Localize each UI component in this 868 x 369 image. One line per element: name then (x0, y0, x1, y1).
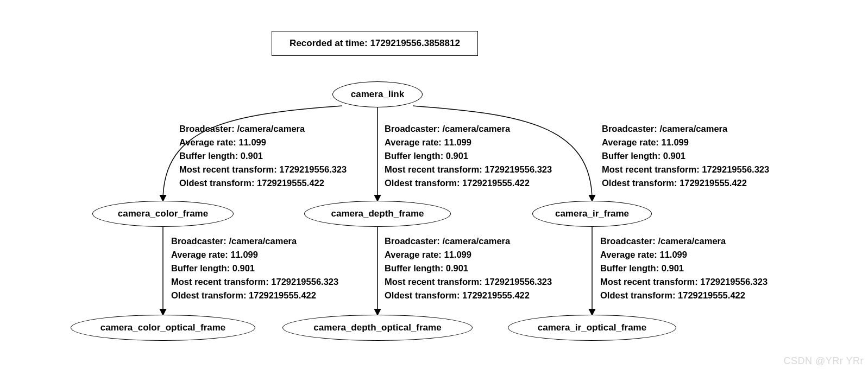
edge-info-ir-upper: Broadcaster: /camera/camera Average rate… (602, 122, 769, 190)
node-camera-ir-optical: camera_ir_optical_frame (508, 315, 676, 341)
node-camera-depth-optical: camera_depth_optical_frame (282, 315, 473, 341)
edge-info-depth-lower: Broadcaster: /camera/camera Average rate… (385, 234, 552, 302)
recorded-time-box: Recorded at time: 1729219556.3858812 (272, 31, 478, 56)
node-label: camera_depth_optical_frame (313, 322, 441, 333)
node-label: camera_ir_frame (555, 208, 629, 219)
node-label: camera_link (351, 89, 404, 100)
node-label: camera_color_optical_frame (100, 322, 226, 333)
edge-info-color-upper: Broadcaster: /camera/camera Average rate… (179, 122, 347, 190)
node-camera-link: camera_link (332, 81, 423, 107)
node-camera-ir-frame: camera_ir_frame (532, 201, 652, 227)
node-label: camera_depth_frame (331, 208, 424, 219)
edge-info-color-lower: Broadcaster: /camera/camera Average rate… (171, 234, 338, 302)
node-camera-color-frame: camera_color_frame (92, 201, 234, 227)
node-camera-color-optical: camera_color_optical_frame (71, 315, 255, 341)
watermark: CSDN @YRr YRr (784, 355, 864, 367)
edge-info-ir-lower: Broadcaster: /camera/camera Average rate… (600, 234, 768, 302)
node-label: camera_ir_optical_frame (538, 322, 646, 333)
recorded-time-label: Recorded at time: 1729219556.3858812 (290, 38, 460, 49)
node-label: camera_color_frame (118, 208, 208, 219)
edge-info-depth-upper: Broadcaster: /camera/camera Average rate… (385, 122, 552, 190)
node-camera-depth-frame: camera_depth_frame (304, 201, 451, 227)
